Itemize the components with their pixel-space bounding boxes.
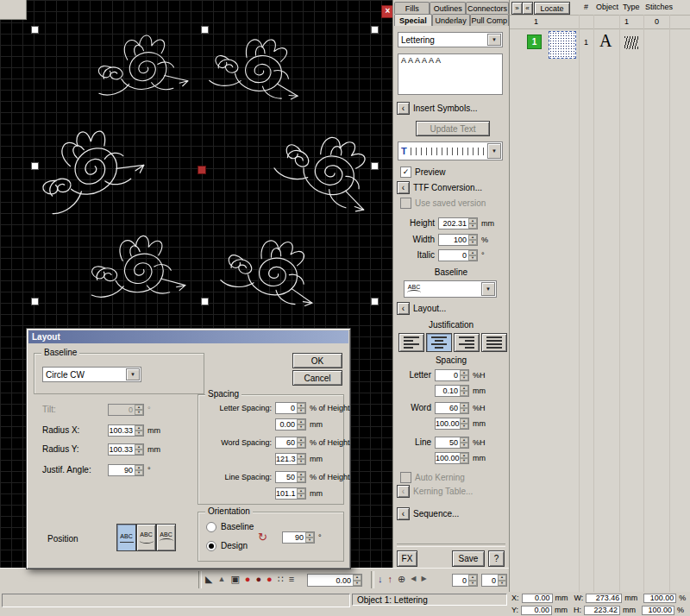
lettering-select[interactable]: Lettering (398, 32, 503, 47)
justify-full-button[interactable] (481, 333, 507, 352)
line-spacing-pct-input[interactable]: 50 (435, 437, 469, 449)
justif-angle-input[interactable]: 90 (108, 464, 144, 476)
needle-x-input[interactable]: 0 (452, 574, 478, 587)
design-instance[interactable] (209, 30, 307, 102)
column-header-stitches[interactable]: Stitches (645, 3, 673, 11)
spinner-down-icon[interactable] (297, 477, 305, 482)
italic-input[interactable]: 0 (438, 249, 478, 261)
spinner[interactable] (460, 453, 468, 463)
spinner[interactable] (297, 419, 305, 430)
spinner-down-icon[interactable] (468, 240, 477, 245)
dropdown-arrow-icon[interactable] (126, 368, 140, 380)
selection-handle[interactable] (201, 26, 209, 34)
spinner-down-icon[interactable] (135, 470, 143, 475)
help-button[interactable]: ? (488, 550, 505, 567)
column-header-object[interactable]: Object (596, 3, 618, 11)
radius-x-input[interactable]: 100.33 (108, 424, 144, 437)
preview-checkbox[interactable]: ✓ (400, 167, 411, 178)
spinner-down-icon[interactable] (468, 581, 477, 587)
position-baseline-above-button[interactable]: ABC (136, 524, 156, 551)
update-text-button[interactable]: Update Text (416, 121, 490, 136)
ok-button[interactable]: OK (292, 353, 342, 368)
ttf-conversion-button[interactable]: TTF Conversion... (413, 183, 482, 192)
stitch-lines-icon[interactable]: ≡ (289, 573, 294, 585)
spinner[interactable] (297, 403, 305, 413)
letter-spacing-mm-input[interactable]: 0.10 (435, 385, 469, 397)
thread-color-maroon-icon[interactable]: ● (255, 573, 261, 585)
orientation-angle-input[interactable]: 90 (282, 531, 315, 544)
spinner[interactable] (468, 250, 477, 261)
spinner-down-icon[interactable] (297, 408, 305, 413)
spinner-down-icon[interactable] (297, 459, 305, 464)
insert-symbols-button[interactable]: Insert Symbols... (413, 104, 477, 113)
spinner[interactable] (460, 370, 468, 380)
object-thumbnail[interactable] (549, 31, 576, 59)
dropdown-arrow-icon[interactable] (487, 143, 501, 159)
locate-button[interactable]: Locate (534, 2, 570, 15)
letter-spacing-mm-input[interactable]: 0.00 (275, 418, 306, 431)
baseline-type-select[interactable]: Circle CW (42, 367, 141, 382)
collapse-arrow-icon[interactable]: ‹ (397, 102, 410, 115)
spinner-down-icon[interactable] (468, 223, 477, 229)
collapse-arrow-icon[interactable]: ‹ (397, 507, 410, 520)
thread-color-red-icon[interactable]: ● (245, 573, 251, 585)
spinner[interactable] (468, 235, 477, 245)
collapse-panel-icon[interactable]: « (522, 2, 533, 15)
add-triangle-icon[interactable]: ▲ (217, 573, 225, 585)
selection-handle[interactable] (371, 26, 379, 34)
marker-icon[interactable]: ⊕ (398, 573, 405, 585)
justify-right-button[interactable] (454, 333, 480, 352)
fx-button[interactable]: FX (397, 550, 417, 567)
spinner-down-icon[interactable] (460, 458, 468, 463)
baseline-select[interactable]: ABC (404, 280, 497, 298)
selection-handle[interactable] (371, 298, 379, 305)
needle-up-icon[interactable]: ↑ (388, 573, 393, 585)
spinner-down-icon[interactable] (460, 375, 468, 380)
spinner[interactable] (468, 575, 477, 586)
word-spacing-mm-input[interactable]: 100.00 (435, 418, 469, 430)
spinner-down-icon[interactable] (135, 431, 143, 436)
spinner[interactable] (297, 437, 305, 448)
design-instance[interactable] (25, 113, 147, 219)
position-baseline-below-button[interactable]: ABC (156, 524, 176, 551)
selection-handle[interactable] (201, 298, 209, 305)
tab-underlay[interactable]: Underlay (432, 14, 470, 26)
spinner-down-icon[interactable] (460, 408, 468, 413)
design-instance[interactable] (86, 232, 186, 301)
selection-handle[interactable] (31, 26, 39, 34)
needle-y-input[interactable]: 0 (481, 574, 507, 587)
spinner[interactable] (498, 575, 506, 586)
step-back-icon[interactable]: ◀ (411, 573, 416, 585)
select-arrow-icon[interactable]: ◣ (205, 573, 212, 585)
tab-outlines[interactable]: Outlines (430, 2, 465, 14)
design-radio[interactable] (206, 541, 216, 551)
line-spacing-pct-input[interactable]: 50 (275, 471, 306, 483)
design-instance[interactable] (92, 30, 189, 98)
stitch-length-input[interactable]: 0.00 (307, 574, 362, 587)
design-instance[interactable] (219, 229, 325, 309)
spinner-down-icon[interactable] (460, 424, 468, 429)
cancel-button[interactable]: Cancel (292, 370, 342, 386)
spinner-down-icon[interactable] (297, 443, 305, 448)
selection-handle[interactable] (31, 298, 39, 305)
column-header-type[interactable]: Type (623, 3, 640, 11)
dropdown-arrow-icon[interactable] (481, 282, 495, 296)
tab-special[interactable]: Special (394, 14, 432, 26)
spinner[interactable] (460, 403, 468, 413)
selection-handle[interactable] (371, 162, 379, 170)
spinner-down-icon[interactable] (353, 581, 361, 587)
layout-button[interactable]: Layout... (413, 304, 446, 313)
radius-y-input[interactable]: 100.33 (108, 443, 144, 456)
sequence-button[interactable]: Sequence... (413, 509, 459, 519)
tab-connectors[interactable]: Connectors (466, 2, 509, 14)
word-spacing-pct-input[interactable]: 60 (275, 437, 306, 449)
letter-spacing-pct-input[interactable]: 0 (275, 402, 306, 414)
spinner[interactable] (135, 465, 143, 475)
collapse-arrow-icon[interactable]: ‹ (397, 302, 410, 315)
rotation-center-handle[interactable] (198, 166, 206, 174)
spinner[interactable] (460, 386, 468, 396)
needle-down-icon[interactable]: ↓ (378, 573, 383, 585)
spinner[interactable] (460, 437, 468, 448)
width-input[interactable]: 100 (438, 234, 478, 246)
column-header-number[interactable]: # (584, 3, 588, 11)
